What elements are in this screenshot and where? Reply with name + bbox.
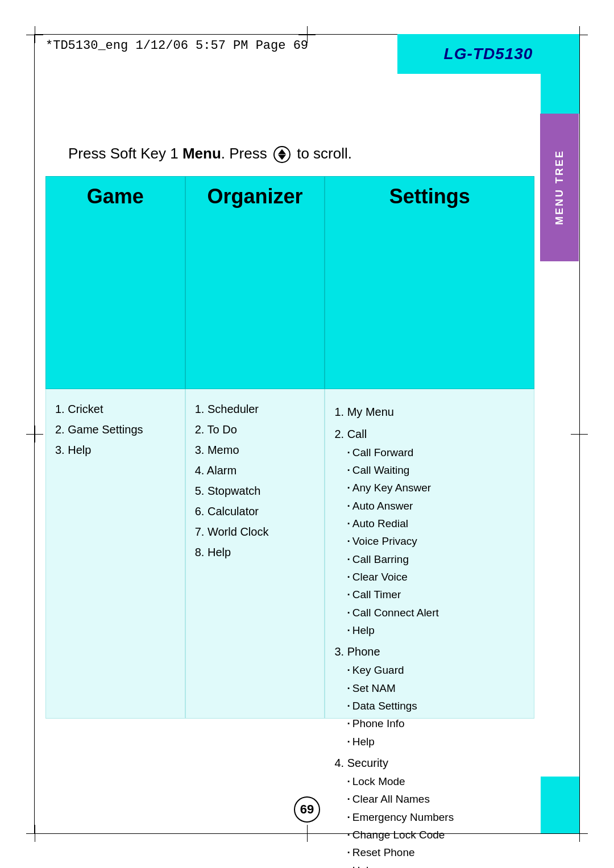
settings-sub-item: Call Connect Alert (334, 604, 525, 621)
crosshair-top-left (26, 26, 43, 43)
settings-sub-item: Clear Voice (334, 568, 525, 586)
list-item: 4. Alarm (195, 461, 316, 480)
game-body: 1. Cricket2. Game Settings3. Help (45, 389, 185, 719)
list-item: 6. Calculator (195, 502, 316, 521)
settings-sub-item: Change Lock Code (334, 826, 525, 844)
settings-main-item: 3. Phone (334, 642, 525, 661)
list-item: 3. Memo (195, 440, 316, 460)
top-text: *TD5130_eng 1/12/06 5:57 PM Page 69 (45, 39, 308, 53)
settings-sub-item: Auto Redial (334, 515, 525, 532)
nav-icon (273, 146, 291, 163)
list-item: 2. Game Settings (55, 420, 176, 439)
list-item: 2. To Do (195, 420, 316, 439)
game-column: Game 1. Cricket2. Game Settings3. Help (45, 176, 185, 719)
settings-body: 1. My Menu2. CallCall ForwardCall Waitin… (325, 389, 534, 719)
organizer-body: 1. Scheduler2. To Do3. Memo4. Alarm5. St… (185, 389, 325, 719)
settings-sub-item: Voice Privacy (334, 532, 525, 550)
menu-tree-sidebar: Menu Tree (540, 114, 579, 261)
organizer-list: 1. Scheduler2. To Do3. Memo4. Alarm5. St… (195, 399, 316, 562)
instruction-bold: Menu (182, 145, 221, 162)
list-item: 7. World Clock (195, 522, 316, 541)
settings-sub-item: Call Forward (334, 444, 525, 461)
settings-sub-item: Help (334, 733, 525, 750)
game-header: Game (45, 176, 185, 389)
right-accent-top (541, 74, 579, 114)
settings-sub-item: Call Barring (334, 550, 525, 568)
game-list: 1. Cricket2. Game Settings3. Help (55, 399, 176, 460)
page-number: 69 (294, 796, 320, 823)
settings-column: Settings 1. My Menu2. CallCall ForwardCa… (325, 176, 534, 719)
crosshair-mid-left (26, 425, 43, 443)
columns-container: Game 1. Cricket2. Game Settings3. Help O… (45, 176, 534, 719)
header-bar: LG-TD5130 (397, 34, 579, 74)
instruction-text: Press Soft Key 1 Menu. Press to scroll. (68, 145, 352, 163)
settings-main-item: 4. Security (334, 754, 525, 773)
settings-sub-item: Call Waiting (334, 461, 525, 479)
instruction-prefix: Press Soft Key 1 (68, 145, 182, 162)
header-title: LG-TD5130 (444, 45, 533, 63)
settings-sub-item: Set NAM (334, 679, 525, 697)
instruction-scroll: to scroll. (297, 145, 352, 162)
settings-sub-item: Lock Mode (334, 773, 525, 790)
settings-sub-item: Any Key Answer (334, 479, 525, 496)
list-item: 1. Scheduler (195, 399, 316, 419)
list-item: 3. Help (55, 440, 176, 460)
settings-main-item: 2. Call (334, 425, 525, 444)
settings-sub-item: Call Timer (334, 586, 525, 603)
instruction-suffix: . Press (221, 145, 267, 162)
crosshair-center-bottom (298, 825, 316, 842)
crosshair-mid-right (571, 425, 588, 443)
settings-sub-item: Data Settings (334, 697, 525, 715)
organizer-header: Organizer (185, 176, 325, 389)
settings-header: Settings (325, 176, 534, 389)
settings-sub-item: Auto Answer (334, 497, 525, 515)
settings-sub-item: Clear All Names (334, 790, 525, 808)
settings-sub-item: Key Guard (334, 661, 525, 679)
crosshair-bottom-left (26, 825, 43, 842)
list-item: 8. Help (195, 542, 316, 562)
organizer-column: Organizer 1. Scheduler2. To Do3. Memo4. … (185, 176, 325, 719)
settings-sub-item: Reset Phone (334, 844, 525, 861)
settings-sub-item: Emergency Numbers (334, 808, 525, 826)
settings-sub-item: Phone Info (334, 715, 525, 732)
list-item: 1. Cricket (55, 399, 176, 419)
menu-tree-label: Menu Tree (554, 149, 566, 225)
list-item: 5. Stopwatch (195, 481, 316, 500)
settings-sub-item: Help (334, 621, 525, 639)
bottom-cyan-accent (541, 777, 579, 833)
settings-sub-item: Help (334, 862, 525, 868)
settings-main-item: 1. My Menu (334, 403, 525, 422)
